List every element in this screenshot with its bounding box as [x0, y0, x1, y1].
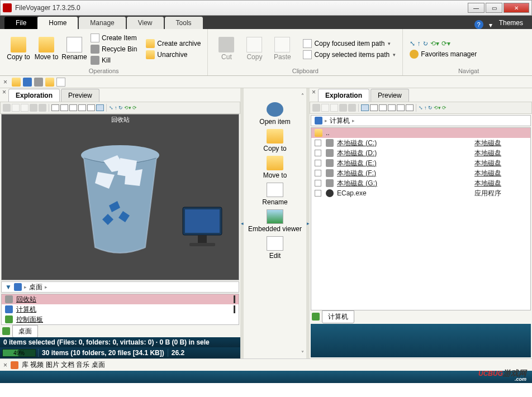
open-item-button[interactable]: Open item: [259, 102, 290, 126]
page-icon[interactable]: [56, 78, 65, 87]
list-item[interactable]: 控制面板: [2, 314, 239, 324]
nav-up-icon[interactable]: ↑: [115, 105, 117, 111]
tab-manage[interactable]: Manage: [79, 17, 125, 29]
view-mode-icon[interactable]: [397, 104, 405, 111]
close-button[interactable]: ✕: [504, 3, 529, 13]
library-links[interactable]: 库 视频 图片 文档 音乐 桌面: [22, 360, 105, 370]
checkbox[interactable]: [315, 180, 321, 186]
table-row[interactable]: 本地磁盘 (F:)本地磁盘: [311, 168, 530, 178]
copy-icon[interactable]: [321, 104, 329, 112]
tab-tools[interactable]: Tools: [165, 17, 203, 29]
table-row[interactable]: 本地磁盘 (D:)本地磁盘: [311, 148, 530, 158]
add-tab-icon[interactable]: [2, 327, 10, 335]
computer-icon[interactable]: [23, 78, 32, 87]
checkbox[interactable]: [315, 170, 321, 176]
left-breadcrumb[interactable]: ▼ ▸ 桌面 ▸: [1, 281, 239, 293]
folder-icon[interactable]: [12, 78, 21, 87]
close-icon[interactable]: ×: [2, 88, 6, 96]
unarchive-button[interactable]: Unarchive: [144, 50, 203, 60]
embedded-viewer-button[interactable]: Embedded viewer: [248, 209, 302, 233]
help-icon[interactable]: ?: [474, 20, 483, 29]
up-row[interactable]: ..: [311, 128, 530, 138]
delete-icon[interactable]: [348, 104, 356, 112]
checkbox[interactable]: [315, 190, 321, 197]
recycle-bin-button[interactable]: Recycle Bin: [88, 44, 139, 54]
view-mode-icon[interactable]: [379, 104, 387, 111]
copy-selected-path-button[interactable]: Copy selected items path▾: [301, 50, 398, 60]
tab-view[interactable]: View: [127, 17, 164, 29]
tab-file[interactable]: File: [4, 17, 37, 29]
tab-preview-right[interactable]: Preview: [370, 89, 409, 102]
nav-refresh-icon[interactable]: ↻: [118, 105, 123, 111]
breadcrumb-item[interactable]: 桌面: [29, 283, 42, 292]
checkbox[interactable]: [315, 160, 321, 166]
tab-exploration-left[interactable]: Exploration: [8, 89, 60, 102]
move-to-button[interactable]: Move to: [32, 30, 60, 68]
nav-refresh-icon[interactable]: ↻: [428, 105, 433, 111]
minimize-button[interactable]: —: [468, 3, 484, 13]
view-mode-icon[interactable]: [370, 104, 378, 111]
view-mode-icon[interactable]: [406, 104, 414, 111]
collapse-icon[interactable]: ˄: [301, 93, 304, 99]
paste-button[interactable]: Paste: [268, 30, 296, 68]
nav-back-icon[interactable]: ⟲▾: [434, 105, 441, 111]
list-item[interactable]: 回收站: [2, 294, 239, 304]
copy-to-button[interactable]: Copy to: [263, 129, 286, 152]
nav-fwd-icon[interactable]: ⟳: [442, 105, 446, 111]
cut-button[interactable]: Cut: [212, 30, 240, 68]
view-mode-icon[interactable]: [60, 104, 68, 111]
table-row[interactable]: 本地磁盘 (C:)本地磁盘: [311, 138, 530, 148]
close-icon[interactable]: ×: [3, 78, 7, 86]
table-row[interactable]: 本地磁盘 (E:)本地磁盘: [311, 158, 530, 168]
nav-first-icon[interactable]: ⤡: [419, 105, 423, 111]
rename-button[interactable]: Rename: [60, 30, 88, 68]
view-mode-icon[interactable]: [69, 104, 77, 111]
table-row[interactable]: ECap.exe应用程序: [311, 188, 530, 198]
checkbox[interactable]: [315, 140, 321, 146]
undo-icon[interactable]: [30, 104, 37, 112]
folder-tab[interactable]: 桌面: [12, 325, 38, 338]
delete-icon[interactable]: [39, 104, 46, 112]
breadcrumb-item[interactable]: 计算机: [330, 116, 350, 126]
folder-tab[interactable]: 计算机: [322, 310, 354, 323]
table-row[interactable]: 本地磁盘 (G:)本地磁盘: [311, 178, 530, 188]
copy-icon[interactable]: [12, 104, 20, 112]
edit-button[interactable]: Edit: [267, 236, 283, 260]
undo-icon[interactable]: [339, 104, 347, 112]
checkbox[interactable]: [315, 150, 321, 156]
collapse-icon[interactable]: ▼: [5, 283, 12, 291]
tab-preview-left[interactable]: Preview: [61, 89, 99, 102]
tab-home[interactable]: Home: [37, 17, 78, 29]
add-tab-icon[interactable]: [312, 313, 320, 321]
copy-to-button[interactable]: Copy to: [4, 30, 32, 68]
create-item-button[interactable]: Create Item: [88, 33, 139, 43]
scissors-icon[interactable]: [312, 104, 320, 112]
paste-icon[interactable]: [330, 104, 338, 112]
view-mode-icon[interactable]: [96, 104, 104, 111]
nav-up-icon[interactable]: ↑: [424, 105, 427, 111]
close-icon[interactable]: ×: [3, 361, 7, 369]
tab-exploration-right[interactable]: Exploration: [318, 89, 369, 102]
move-to-button[interactable]: Move to: [263, 156, 287, 179]
paste-icon[interactable]: [21, 104, 28, 112]
scissors-icon[interactable]: [3, 104, 11, 112]
collapse-icon[interactable]: ˅: [301, 350, 304, 356]
nav-arrows[interactable]: ⤡ ↑ ↻ ⟲▾ ⟳▾: [407, 39, 479, 48]
view-mode-icon[interactable]: [78, 104, 86, 111]
copy-button[interactable]: Copy: [240, 30, 268, 68]
nav-first-icon[interactable]: ⤡: [109, 105, 113, 111]
right-breadcrumb[interactable]: ▸ 计算机 ▸: [311, 115, 531, 126]
view-mode-icon[interactable]: [361, 104, 369, 111]
folder-icon[interactable]: [45, 78, 54, 87]
create-archive-button[interactable]: Create archive: [144, 39, 203, 49]
kill-button[interactable]: Kill: [88, 55, 139, 65]
view-mode-icon[interactable]: [388, 104, 396, 111]
list-item[interactable]: 计算机: [2, 304, 239, 314]
rename-button[interactable]: Rename: [262, 183, 287, 206]
close-icon[interactable]: ×: [312, 88, 316, 96]
view-mode-icon[interactable]: [51, 104, 59, 111]
nav-back-icon[interactable]: ⟲▾: [124, 105, 131, 111]
themes-button[interactable]: Themes: [495, 17, 528, 29]
drive-icon[interactable]: [34, 78, 43, 87]
view-mode-icon[interactable]: [87, 104, 95, 111]
